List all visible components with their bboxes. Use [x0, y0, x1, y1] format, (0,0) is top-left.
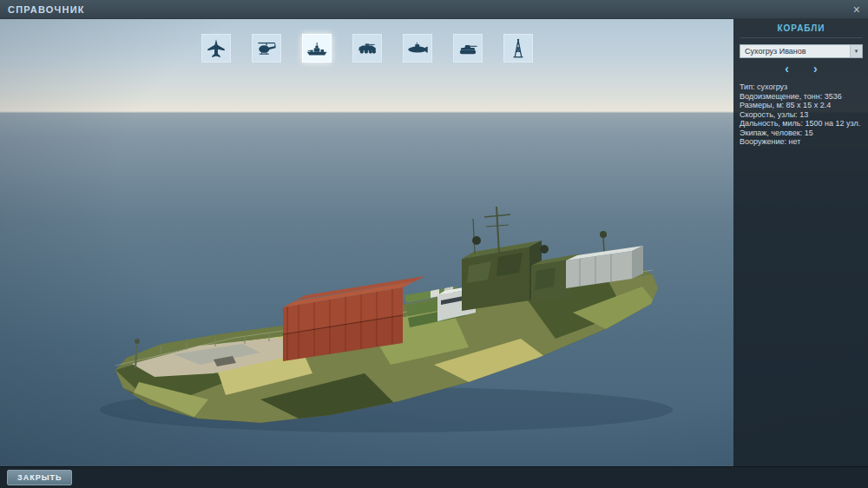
fighter-jet-icon — [205, 37, 227, 60]
prev-ship-button[interactable]: ‹ — [781, 63, 792, 75]
ship-select-dropdown[interactable]: Сухогруз Иванов ▾ — [740, 44, 863, 58]
panel-title: КОРАБЛИ — [740, 23, 863, 38]
bottom-bar: ЗАКРЫТЬ — [0, 466, 868, 488]
info-panel: КОРАБЛИ Сухогруз Иванов ▾ ‹ › Тип: сухог… — [733, 19, 868, 466]
close-button[interactable]: ЗАКРЫТЬ — [7, 470, 72, 485]
apc-icon — [356, 37, 378, 60]
close-icon[interactable]: × — [853, 3, 860, 16]
category-ships[interactable] — [302, 34, 332, 63]
category-vehicles[interactable] — [352, 34, 382, 63]
spec-line-type: Тип: сухогруз — [740, 82, 863, 92]
tank-icon — [457, 37, 479, 60]
spec-line-armament: Вооружение: нет — [740, 137, 863, 147]
category-structures[interactable] — [503, 34, 533, 63]
spec-line-displacement: Водоизмещение, тонн: 3536 — [740, 92, 863, 102]
next-ship-button[interactable]: › — [810, 63, 821, 75]
dropdown-arrow-icon: ▾ — [850, 45, 862, 57]
category-tanks[interactable] — [453, 34, 483, 63]
derrick-tower-icon — [507, 37, 529, 60]
submarine-icon — [406, 37, 429, 60]
window-title: СПРАВОЧНИК — [8, 4, 85, 15]
helicopter-icon — [255, 37, 278, 60]
title-bar: СПРАВОЧНИК × — [0, 0, 868, 19]
category-aircraft[interactable] — [201, 34, 231, 63]
warship-icon — [306, 37, 328, 60]
reference-window: СПРАВОЧНИК × — [0, 0, 868, 488]
category-helicopters[interactable] — [252, 34, 281, 63]
spec-line-range: Дальность, миль: 1500 на 12 узл. — [740, 119, 863, 129]
ship-pager: ‹ › — [740, 63, 863, 75]
ship-select-value: Сухогруз Иванов — [745, 47, 850, 56]
category-bar — [0, 34, 733, 63]
spec-line-crew: Экипаж, человек: 15 — [740, 129, 863, 138]
spec-line-speed: Скорость, узлы: 13 — [740, 110, 863, 120]
spec-list: Тип: сухогруз Водоизмещение, тонн: 3536 … — [740, 82, 863, 147]
spec-line-dimensions: Размеры, м: 85 х 15 х 2.4 — [740, 101, 863, 110]
category-submarines[interactable] — [403, 34, 432, 63]
